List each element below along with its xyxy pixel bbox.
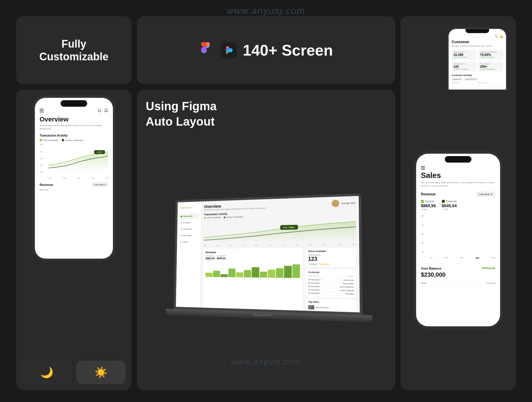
revenue-row-label: Revenue	[421, 192, 436, 196]
dash-revenue-title: Revenue	[206, 250, 300, 254]
customer-transactions-4: 20 transaction	[308, 288, 320, 291]
product-dot	[181, 222, 182, 223]
expense-item: Expense $645,54 ↑ 10%	[442, 200, 457, 211]
income-partial: ■ Income	[40, 189, 108, 191]
month-may: May	[492, 257, 495, 259]
customer-dot	[180, 228, 182, 230]
expense-dot	[442, 200, 445, 203]
stats-row-1: Total customer 10,280 +20% Last Month Cu…	[452, 50, 503, 60]
figma-icon	[199, 42, 215, 58]
stock-badges: Available Low stock	[308, 263, 353, 265]
customer-row-5: 20 transaction Gia Njara	[308, 291, 354, 296]
income-legend-label: Income	[425, 200, 434, 203]
legend-total: Total Transaction	[40, 139, 59, 141]
col-amount: Amount	[486, 282, 495, 285]
sun-icon: ☀️	[94, 366, 108, 379]
filter-date[interactable]: Jul 6, 2024 ▼	[464, 78, 478, 81]
stat-change4: ▲ 20% Last Month	[480, 68, 501, 70]
sidebar-item-customer[interactable]: Customer	[179, 226, 199, 232]
income-label-dash: ● Income	[206, 255, 215, 257]
sales-title: Sales	[421, 171, 495, 180]
col-customer: Customer	[452, 82, 477, 84]
y-label-900: 900	[421, 215, 424, 217]
expense-value: $645,54	[442, 203, 457, 208]
sidebar-product-label: Product	[183, 221, 191, 224]
dark-mode-toggle[interactable]: 🌙	[22, 361, 72, 384]
month-feb: Feb	[445, 257, 448, 259]
income-dot	[421, 200, 424, 203]
y-label-700: 700	[421, 224, 424, 226]
dash-user: George Nice	[332, 199, 356, 207]
main-grid: FullyCustomizable 140+ Screen	[0, 0, 532, 402]
y-300: 300	[40, 164, 43, 166]
dash-expense: ● Expense $645,54	[217, 255, 226, 261]
card-sales: Sales Set discount rates, track performa…	[400, 90, 516, 390]
x-mar: Mar	[77, 177, 81, 179]
chevron-down-icon: ▾	[105, 183, 106, 186]
transaction-title: Transaction Activity	[40, 134, 108, 137]
svg-point-3	[228, 48, 233, 52]
legend-success-dash: Succes Transaction	[224, 216, 243, 218]
withdraw-link[interactable]: Withdraw	[482, 267, 495, 270]
top-selling-title: Top Selli...	[308, 300, 354, 304]
dash-revenue-bar-chart	[205, 262, 300, 278]
moon-icon: 🌙	[40, 366, 53, 379]
search-icon-main[interactable]	[98, 108, 102, 113]
filter-newest[interactable]: Newest ▼	[452, 78, 463, 81]
y-label-300: 300	[421, 242, 424, 244]
income-legend: Income	[421, 200, 436, 203]
expense-value-dash: $645,54	[217, 257, 226, 260]
menu-icon[interactable]	[40, 109, 44, 112]
customer-name-1: Jamie verdy	[343, 279, 353, 281]
bell-icon-small: 🔔	[500, 35, 503, 38]
stat-transactions: Transactions 200+ ▲ 20% Last Month	[478, 61, 503, 72]
stat-satisfaction: Customer satisfaction 70,89% +20% Last M…	[478, 50, 503, 60]
transaction-chart: 900 700 500 300 100	[40, 144, 108, 179]
revenue-label: Revenue	[40, 183, 53, 187]
hamburger-sales[interactable]	[421, 166, 425, 170]
bell-icon-main[interactable]	[104, 108, 108, 113]
sales-dot	[180, 241, 182, 243]
top-icons: 🔍 🔔	[452, 35, 503, 38]
laptop-container: Carryon Overview Product C	[146, 135, 386, 381]
chevron-down-sales: ▾	[491, 193, 492, 196]
car-image-1	[308, 305, 314, 309]
search-icon-sales[interactable]	[485, 157, 489, 161]
legend-success-label: Succes Transaction	[65, 139, 83, 141]
sidebar-item-sales[interactable]: Sales	[179, 239, 199, 244]
stat-value4: 200+	[480, 65, 501, 68]
last-year-button[interactable]: Last year ▾	[92, 182, 108, 187]
dash-chart-svg: 450 Trans.	[204, 217, 356, 243]
stat-total-customers: Total customer 10,280 +20% Last Month	[452, 50, 476, 60]
svg-line-7	[100, 111, 101, 112]
sidebar-item-message[interactable]: Message	[179, 233, 199, 238]
stat-change2: +20% Last Month	[480, 56, 501, 58]
sidebar-item-overview[interactable]: Overview	[179, 213, 200, 219]
customer-dash-card: Customer Last 6 month Name 100 transacti…	[306, 269, 356, 298]
last-year-pill[interactable]: Last year ▾	[476, 192, 495, 197]
customizable-title: FullyCustomizable	[39, 38, 108, 63]
y-500: 500	[40, 158, 43, 160]
car-name-1: Mercedes Benz	[316, 306, 329, 309]
stat-value: 10,280	[453, 53, 475, 56]
card-phone-main: Overview Monitor key metrics and system …	[16, 90, 132, 390]
sales-sub: Set discount rates, track performance, a…	[421, 181, 495, 187]
customer-table-header: Last 6 month Name	[308, 275, 353, 278]
stock-card: Stock Available Total product 123 Availa…	[306, 248, 356, 267]
y-700: 700	[40, 151, 43, 153]
screens-title: 140+ Screen	[243, 41, 333, 59]
bell-icon-sales[interactable]	[491, 157, 495, 161]
sidebar-item-product[interactable]: Product	[179, 220, 199, 225]
toggle-panel: 🌙 ☀️	[22, 361, 126, 384]
customer-dash-title: Customer	[308, 271, 353, 274]
table-header: Customer Name prod...	[452, 82, 503, 84]
income-expense-row: Income $860,56 ↑ 20% Expense $645,54 ↑ 1…	[421, 200, 495, 211]
sales-screen: Sales Set discount rates, track performa…	[416, 154, 500, 326]
overview-title: Overview	[40, 116, 108, 123]
stat-new-customers: New Customer 120 ▲ 20% Last Month	[452, 61, 476, 72]
month-mar: Mar	[460, 257, 463, 259]
light-mode-toggle[interactable]: ☀️	[76, 361, 126, 384]
car-image-2	[308, 311, 314, 312]
col-transactions: Last 6 month	[308, 275, 319, 277]
customer-screen-title: Customer	[452, 40, 503, 44]
